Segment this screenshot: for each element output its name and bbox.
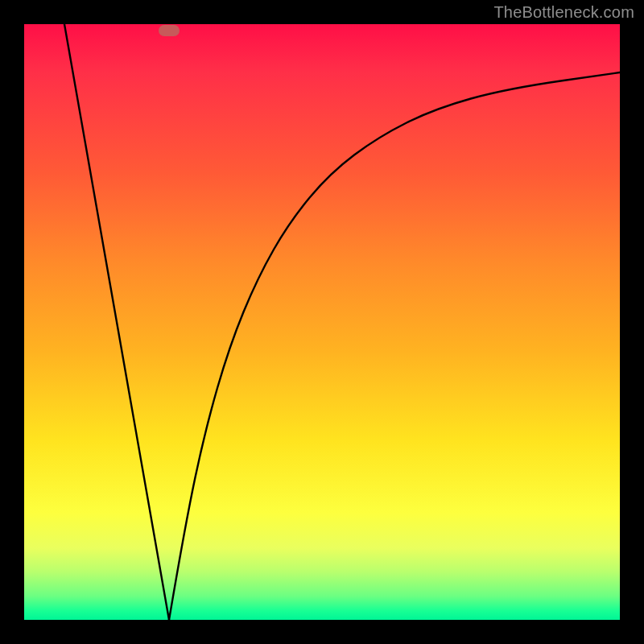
minimum-marker — [159, 25, 180, 36]
plot-area — [24, 24, 620, 620]
curve-left-branch — [64, 24, 169, 620]
curve-right-branch — [169, 72, 620, 620]
watermark-text: TheBottleneck.com — [493, 3, 634, 22]
chart-frame: TheBottleneck.com — [0, 0, 644, 644]
bottleneck-curve — [24, 24, 620, 620]
